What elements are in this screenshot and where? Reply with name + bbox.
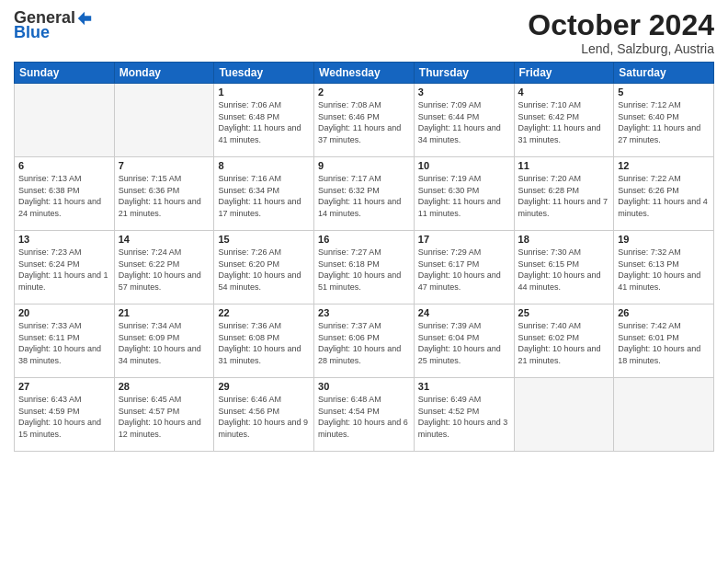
calendar-day-cell: 9Sunrise: 7:17 AMSunset: 6:32 PMDaylight… — [314, 157, 415, 231]
day-number: 1 — [218, 86, 310, 98]
calendar-day-cell: 20Sunrise: 7:33 AMSunset: 6:11 PMDayligh… — [15, 304, 115, 378]
day-info: Sunrise: 7:33 AMSunset: 6:11 PMDaylight:… — [18, 320, 110, 366]
day-number: 3 — [418, 86, 510, 98]
day-number: 29 — [218, 381, 310, 392]
calendar-day-cell — [114, 84, 214, 157]
day-info: Sunrise: 6:46 AMSunset: 4:56 PMDaylight:… — [218, 394, 310, 440]
day-number: 8 — [218, 160, 310, 171]
calendar-week-row: 1Sunrise: 7:06 AMSunset: 6:48 PMDaylight… — [15, 84, 714, 157]
calendar-day-cell: 28Sunrise: 6:45 AMSunset: 4:57 PMDayligh… — [114, 378, 214, 452]
day-info: Sunrise: 7:16 AMSunset: 6:34 PMDaylight:… — [218, 173, 310, 219]
calendar-day-cell: 18Sunrise: 7:30 AMSunset: 6:15 PMDayligh… — [514, 231, 614, 304]
day-number: 9 — [318, 160, 410, 171]
day-number: 26 — [618, 307, 710, 318]
col-sunday: Sunday — [15, 63, 115, 84]
calendar-day-cell: 3Sunrise: 7:09 AMSunset: 6:44 PMDaylight… — [414, 84, 514, 157]
calendar-day-cell: 23Sunrise: 7:37 AMSunset: 6:06 PMDayligh… — [314, 304, 415, 378]
calendar-table: Sunday Monday Tuesday Wednesday Thursday… — [14, 62, 714, 452]
day-number: 7 — [119, 160, 210, 171]
day-number: 19 — [618, 234, 710, 245]
day-number: 27 — [18, 381, 110, 392]
day-info: Sunrise: 7:30 AMSunset: 6:15 PMDaylight:… — [518, 247, 610, 293]
day-number: 20 — [18, 307, 110, 318]
day-info: Sunrise: 7:06 AMSunset: 6:48 PMDaylight:… — [218, 99, 310, 145]
day-number: 10 — [418, 160, 510, 171]
day-number: 4 — [518, 86, 610, 98]
col-monday: Monday — [114, 63, 214, 84]
col-wednesday: Wednesday — [314, 63, 415, 84]
location-title: Lend, Salzburg, Austria — [528, 41, 714, 56]
day-info: Sunrise: 7:20 AMSunset: 6:28 PMDaylight:… — [518, 173, 610, 219]
calendar-week-row: 6Sunrise: 7:13 AMSunset: 6:38 PMDaylight… — [15, 157, 714, 231]
calendar-day-cell: 5Sunrise: 7:12 AMSunset: 6:40 PMDaylight… — [614, 84, 714, 157]
calendar-day-cell — [514, 378, 614, 452]
day-number: 14 — [119, 234, 210, 245]
day-number: 23 — [318, 307, 410, 318]
col-thursday: Thursday — [414, 63, 514, 84]
calendar-week-row: 13Sunrise: 7:23 AMSunset: 6:24 PMDayligh… — [15, 231, 714, 304]
calendar-week-row: 20Sunrise: 7:33 AMSunset: 6:11 PMDayligh… — [15, 304, 714, 378]
col-tuesday: Tuesday — [214, 63, 314, 84]
calendar-day-cell: 30Sunrise: 6:48 AMSunset: 4:54 PMDayligh… — [314, 378, 415, 452]
day-info: Sunrise: 7:27 AMSunset: 6:18 PMDaylight:… — [318, 247, 410, 293]
calendar-day-cell: 11Sunrise: 7:20 AMSunset: 6:28 PMDayligh… — [514, 157, 614, 231]
day-info: Sunrise: 7:39 AMSunset: 6:04 PMDaylight:… — [418, 320, 510, 366]
day-info: Sunrise: 7:22 AMSunset: 6:26 PMDaylight:… — [618, 173, 710, 219]
calendar-day-cell: 27Sunrise: 6:43 AMSunset: 4:59 PMDayligh… — [15, 378, 115, 452]
day-number: 18 — [518, 234, 610, 245]
day-number: 11 — [518, 160, 610, 171]
calendar-day-cell: 21Sunrise: 7:34 AMSunset: 6:09 PMDayligh… — [114, 304, 214, 378]
day-info: Sunrise: 7:24 AMSunset: 6:22 PMDaylight:… — [119, 247, 210, 293]
day-number: 30 — [318, 381, 410, 392]
header-row: General Blue October 2024 Lend, Salzburg… — [14, 9, 714, 56]
day-number: 25 — [518, 307, 610, 318]
day-info: Sunrise: 6:45 AMSunset: 4:57 PMDaylight:… — [119, 394, 210, 440]
day-number: 2 — [318, 86, 410, 98]
day-number: 22 — [218, 307, 310, 318]
calendar-day-cell: 24Sunrise: 7:39 AMSunset: 6:04 PMDayligh… — [414, 304, 514, 378]
day-info: Sunrise: 7:37 AMSunset: 6:06 PMDaylight:… — [318, 320, 410, 366]
day-number: 13 — [18, 234, 110, 245]
day-number: 17 — [418, 234, 510, 245]
calendar-day-cell: 19Sunrise: 7:32 AMSunset: 6:13 PMDayligh… — [614, 231, 714, 304]
day-number: 31 — [418, 381, 510, 392]
day-info: Sunrise: 7:08 AMSunset: 6:46 PMDaylight:… — [318, 99, 410, 145]
calendar-day-cell: 29Sunrise: 6:46 AMSunset: 4:56 PMDayligh… — [214, 378, 314, 452]
calendar-day-cell: 10Sunrise: 7:19 AMSunset: 6:30 PMDayligh… — [414, 157, 514, 231]
calendar-day-cell: 17Sunrise: 7:29 AMSunset: 6:17 PMDayligh… — [414, 231, 514, 304]
calendar-day-cell: 7Sunrise: 7:15 AMSunset: 6:36 PMDaylight… — [114, 157, 214, 231]
month-title: October 2024 — [528, 9, 714, 41]
day-info: Sunrise: 7:12 AMSunset: 6:40 PMDaylight:… — [618, 99, 710, 145]
col-friday: Friday — [514, 63, 614, 84]
day-info: Sunrise: 6:48 AMSunset: 4:54 PMDaylight:… — [318, 394, 410, 440]
main-container: General Blue October 2024 Lend, Salzburg… — [0, 0, 728, 461]
day-info: Sunrise: 7:09 AMSunset: 6:44 PMDaylight:… — [418, 99, 510, 145]
day-info: Sunrise: 7:36 AMSunset: 6:08 PMDaylight:… — [218, 320, 310, 366]
logo: General Blue — [14, 9, 94, 42]
day-number: 28 — [119, 381, 210, 392]
calendar-header-row: Sunday Monday Tuesday Wednesday Thursday… — [15, 63, 714, 84]
calendar-day-cell: 26Sunrise: 7:42 AMSunset: 6:01 PMDayligh… — [614, 304, 714, 378]
calendar-day-cell: 22Sunrise: 7:36 AMSunset: 6:08 PMDayligh… — [214, 304, 314, 378]
logo-arrow-icon — [76, 10, 93, 27]
day-info: Sunrise: 6:49 AMSunset: 4:52 PMDaylight:… — [418, 394, 510, 440]
day-info: Sunrise: 6:43 AMSunset: 4:59 PMDaylight:… — [18, 394, 110, 440]
col-saturday: Saturday — [614, 63, 714, 84]
day-number: 5 — [618, 86, 710, 98]
day-number: 24 — [418, 307, 510, 318]
calendar-day-cell: 1Sunrise: 7:06 AMSunset: 6:48 PMDaylight… — [214, 84, 314, 157]
day-number: 12 — [618, 160, 710, 171]
day-info: Sunrise: 7:34 AMSunset: 6:09 PMDaylight:… — [119, 320, 210, 366]
day-number: 6 — [18, 160, 110, 171]
calendar-day-cell: 12Sunrise: 7:22 AMSunset: 6:26 PMDayligh… — [614, 157, 714, 231]
day-number: 16 — [318, 234, 410, 245]
day-info: Sunrise: 7:19 AMSunset: 6:30 PMDaylight:… — [418, 173, 510, 219]
calendar-day-cell — [15, 84, 115, 157]
day-info: Sunrise: 7:17 AMSunset: 6:32 PMDaylight:… — [318, 173, 410, 219]
calendar-day-cell: 4Sunrise: 7:10 AMSunset: 6:42 PMDaylight… — [514, 84, 614, 157]
calendar-day-cell: 14Sunrise: 7:24 AMSunset: 6:22 PMDayligh… — [114, 231, 214, 304]
day-info: Sunrise: 7:26 AMSunset: 6:20 PMDaylight:… — [218, 247, 310, 293]
calendar-week-row: 27Sunrise: 6:43 AMSunset: 4:59 PMDayligh… — [15, 378, 714, 452]
day-info: Sunrise: 7:10 AMSunset: 6:42 PMDaylight:… — [518, 99, 610, 145]
calendar-day-cell — [614, 378, 714, 452]
